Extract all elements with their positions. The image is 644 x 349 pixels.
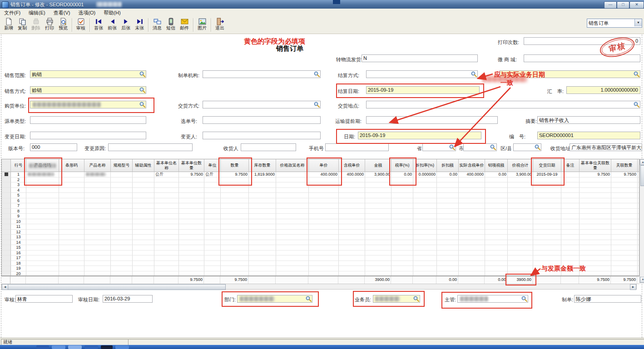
grid-cell[interactable]: [508, 245, 533, 251]
grid-cell[interactable]: [339, 198, 365, 204]
grid-cell[interactable]: [365, 266, 391, 271]
grid-cell[interactable]: [154, 266, 179, 271]
grid-cell[interactable]: [309, 209, 339, 214]
grid-cell[interactable]: [309, 219, 339, 225]
grid-cell[interactable]: [580, 240, 611, 246]
toolbar-button-mail[interactable]: 邮件: [178, 17, 191, 31]
grid-cell[interactable]: [339, 271, 365, 276]
grid-cell[interactable]: [276, 177, 309, 183]
grid-cell[interactable]: [365, 203, 391, 209]
grid-cell[interactable]: [580, 251, 611, 256]
grid-cell[interactable]: [111, 235, 133, 240]
logistics-field[interactable]: N: [362, 54, 478, 62]
grid-cell[interactable]: [154, 271, 179, 276]
grid-cell[interactable]: [365, 251, 391, 256]
grid-cell[interactable]: [221, 230, 249, 235]
grid-cell[interactable]: [84, 198, 111, 204]
grid-cell[interactable]: [365, 193, 391, 198]
grid-cell[interactable]: [249, 240, 276, 246]
grid-cell[interactable]: [221, 182, 249, 188]
grid-cell[interactable]: [413, 203, 437, 209]
grid-cell[interactable]: 9: [11, 214, 26, 219]
grid-cell[interactable]: [26, 219, 59, 225]
grid-cell[interactable]: [221, 266, 249, 271]
grid-cell[interactable]: [339, 240, 365, 246]
table-row[interactable]: 6: [2, 198, 639, 204]
grid-cell[interactable]: [413, 230, 437, 235]
grid-cell[interactable]: [580, 198, 611, 204]
scroll-right-icon[interactable]: ▶: [630, 284, 636, 290]
grid-cell[interactable]: [611, 271, 638, 276]
grid-cell[interactable]: [111, 214, 133, 219]
grid-cell[interactable]: [413, 193, 437, 198]
grid-cell[interactable]: [391, 235, 413, 240]
grid-cell[interactable]: [485, 240, 508, 246]
grid-cell[interactable]: [111, 240, 133, 246]
grid-cell[interactable]: [179, 256, 204, 261]
grid-cell[interactable]: [413, 188, 437, 193]
grid-cell[interactable]: [154, 209, 179, 214]
table-row[interactable]: 13: [2, 235, 639, 240]
grid-cell[interactable]: [204, 261, 221, 266]
menu-item-0[interactable]: 文件(F): [0, 9, 25, 17]
toolbar-button-exit[interactable]: 退出: [213, 17, 227, 31]
grid-cell[interactable]: [309, 224, 339, 230]
grid-cell[interactable]: [365, 235, 391, 240]
mobile-field[interactable]: [325, 143, 389, 151]
lookup-icon[interactable]: [139, 87, 145, 93]
grid-cell[interactable]: [611, 261, 638, 266]
grid-cell[interactable]: [133, 214, 154, 219]
grid-cell[interactable]: [365, 188, 391, 193]
table-row[interactable]: 16: [2, 251, 639, 256]
grid-cell[interactable]: [154, 182, 179, 188]
grid-cell[interactable]: [26, 235, 59, 240]
grid-cell[interactable]: [179, 230, 204, 235]
grid-cell[interactable]: [437, 235, 459, 240]
grid-cell[interactable]: [249, 271, 276, 276]
grid-cell[interactable]: [391, 198, 413, 204]
grid-cell[interactable]: [221, 240, 249, 246]
delivery-method-field[interactable]: [203, 101, 321, 108]
grid-cell[interactable]: [111, 251, 133, 256]
grid-cell[interactable]: [133, 182, 154, 188]
grid-cell[interactable]: [459, 203, 485, 209]
grid-cell[interactable]: [276, 256, 309, 261]
grid-cell[interactable]: [111, 256, 133, 261]
grid-cell[interactable]: [276, 214, 309, 219]
grid-cell[interactable]: [221, 256, 249, 261]
grid-cell[interactable]: [133, 266, 154, 271]
scroll-up-icon[interactable]: ▲: [640, 159, 644, 165]
grid-cell[interactable]: [485, 256, 508, 261]
grid-cell[interactable]: [437, 261, 459, 266]
grid-cell[interactable]: [508, 182, 533, 188]
grid-cell[interactable]: [485, 209, 508, 214]
grid-cell[interactable]: [413, 240, 437, 246]
grid-cell[interactable]: [26, 271, 59, 276]
lookup-icon[interactable]: [449, 144, 455, 150]
grid-cell[interactable]: [459, 256, 485, 261]
grid-cell[interactable]: [84, 266, 111, 271]
address-field[interactable]: 广东惠州市惠阳区平潭镇平新大街 惠州市四季: [570, 143, 642, 151]
grid-cell[interactable]: 15: [11, 245, 26, 251]
grid-col-header-14[interactable]: 金额: [365, 159, 391, 172]
grid-cell[interactable]: [459, 214, 485, 219]
grid-col-header-20[interactable]: 价税合计: [508, 159, 533, 172]
lookup-icon[interactable]: [471, 71, 477, 77]
table-row[interactable]: 8: [2, 209, 639, 214]
grid-cell[interactable]: [179, 224, 204, 230]
grid-cell[interactable]: [561, 172, 580, 177]
lookup-icon[interactable]: [306, 296, 312, 302]
grid-cell[interactable]: [154, 240, 179, 246]
grid-cell[interactable]: [204, 209, 221, 214]
grid-cell[interactable]: [391, 177, 413, 183]
grid-cell[interactable]: [133, 188, 154, 193]
grid-cell[interactable]: [611, 209, 638, 214]
scroll-left-icon[interactable]: ◀: [2, 284, 8, 290]
grid-cell[interactable]: 6: [11, 198, 26, 204]
grid-col-header-6[interactable]: 基本单位名称: [154, 159, 179, 172]
grid-cell[interactable]: [59, 172, 84, 177]
scroll-down-icon[interactable]: ▼: [640, 277, 644, 283]
grid-cell[interactable]: [84, 177, 111, 183]
grid-cell[interactable]: [365, 230, 391, 235]
grid-cell[interactable]: [508, 261, 533, 266]
